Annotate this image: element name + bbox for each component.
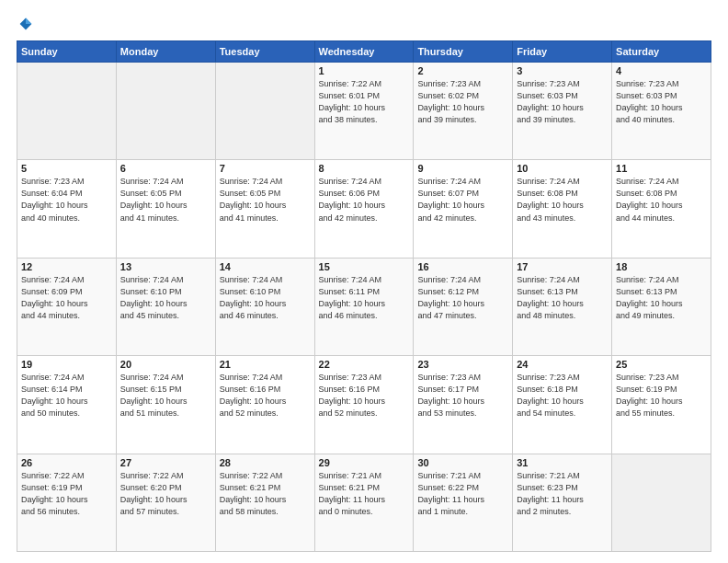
day-info: Sunrise: 7:24 AM Sunset: 6:08 PM Dayligh… xyxy=(517,176,608,224)
page: SundayMondayTuesdayWednesdayThursdayFrid… xyxy=(0,0,728,563)
day-number: 19 xyxy=(21,359,112,370)
calendar-cell: 21Sunrise: 7:24 AM Sunset: 6:16 PM Dayli… xyxy=(215,356,314,454)
calendar-header-row: SundayMondayTuesdayWednesdayThursdayFrid… xyxy=(17,41,711,63)
calendar-cell: 26Sunrise: 7:22 AM Sunset: 6:19 PM Dayli… xyxy=(17,454,117,551)
calendar-cell: 12Sunrise: 7:24 AM Sunset: 6:09 PM Dayli… xyxy=(17,258,117,355)
day-info: Sunrise: 7:23 AM Sunset: 6:19 PM Dayligh… xyxy=(616,372,707,419)
calendar-cell: 28Sunrise: 7:22 AM Sunset: 6:21 PM Dayli… xyxy=(215,454,314,551)
calendar-cell: 23Sunrise: 7:23 AM Sunset: 6:17 PM Dayli… xyxy=(414,356,513,454)
day-info: Sunrise: 7:22 AM Sunset: 6:21 PM Dayligh… xyxy=(220,470,311,518)
calendar-week-2: 12Sunrise: 7:24 AM Sunset: 6:09 PM Dayli… xyxy=(17,258,711,355)
day-number: 6 xyxy=(120,163,211,174)
calendar-cell: 10Sunrise: 7:24 AM Sunset: 6:08 PM Dayli… xyxy=(513,160,612,258)
day-number: 1 xyxy=(319,65,410,76)
day-number: 12 xyxy=(21,261,112,272)
calendar-week-3: 19Sunrise: 7:24 AM Sunset: 6:14 PM Dayli… xyxy=(17,356,711,454)
day-info: Sunrise: 7:24 AM Sunset: 6:08 PM Dayligh… xyxy=(616,176,707,224)
day-number: 25 xyxy=(616,359,707,370)
calendar-header-saturday: Saturday xyxy=(612,41,711,63)
calendar-cell: 3Sunrise: 7:23 AM Sunset: 6:03 PM Daylig… xyxy=(513,63,612,160)
calendar-header-monday: Monday xyxy=(116,41,215,63)
calendar-week-0: 1Sunrise: 7:22 AM Sunset: 6:01 PM Daylig… xyxy=(17,63,711,160)
day-number: 31 xyxy=(517,457,608,468)
day-info: Sunrise: 7:22 AM Sunset: 6:19 PM Dayligh… xyxy=(21,470,112,518)
day-number: 18 xyxy=(616,261,707,272)
day-number: 4 xyxy=(616,65,707,76)
calendar-cell: 11Sunrise: 7:24 AM Sunset: 6:08 PM Dayli… xyxy=(612,160,711,258)
day-number: 26 xyxy=(21,457,112,468)
calendar-cell: 8Sunrise: 7:24 AM Sunset: 6:06 PM Daylig… xyxy=(314,160,414,258)
day-info: Sunrise: 7:23 AM Sunset: 6:18 PM Dayligh… xyxy=(517,372,608,419)
day-info: Sunrise: 7:24 AM Sunset: 6:12 PM Dayligh… xyxy=(417,274,508,322)
day-number: 21 xyxy=(220,359,311,370)
day-number: 24 xyxy=(517,359,608,370)
day-number: 14 xyxy=(220,261,311,272)
logo-icon xyxy=(18,17,33,31)
calendar-cell xyxy=(116,63,215,160)
day-number: 3 xyxy=(517,65,608,76)
calendar-cell: 31Sunrise: 7:21 AM Sunset: 6:23 PM Dayli… xyxy=(513,454,612,551)
day-info: Sunrise: 7:21 AM Sunset: 6:22 PM Dayligh… xyxy=(417,470,508,518)
day-number: 16 xyxy=(417,261,508,272)
day-info: Sunrise: 7:24 AM Sunset: 6:10 PM Dayligh… xyxy=(120,274,211,322)
day-info: Sunrise: 7:24 AM Sunset: 6:13 PM Dayligh… xyxy=(517,274,608,322)
day-info: Sunrise: 7:23 AM Sunset: 6:03 PM Dayligh… xyxy=(517,78,608,126)
day-number: 29 xyxy=(319,457,410,468)
day-number: 22 xyxy=(319,359,410,370)
day-info: Sunrise: 7:24 AM Sunset: 6:05 PM Dayligh… xyxy=(120,176,211,224)
calendar-cell: 9Sunrise: 7:24 AM Sunset: 6:07 PM Daylig… xyxy=(414,160,513,258)
day-number: 23 xyxy=(417,359,508,370)
calendar-cell: 18Sunrise: 7:24 AM Sunset: 6:13 PM Dayli… xyxy=(612,258,711,355)
calendar-cell: 5Sunrise: 7:23 AM Sunset: 6:04 PM Daylig… xyxy=(17,160,117,258)
day-number: 27 xyxy=(120,457,211,468)
day-info: Sunrise: 7:23 AM Sunset: 6:04 PM Dayligh… xyxy=(21,176,112,224)
day-info: Sunrise: 7:24 AM Sunset: 6:13 PM Dayligh… xyxy=(616,274,707,322)
calendar-header-tuesday: Tuesday xyxy=(215,41,314,63)
day-info: Sunrise: 7:21 AM Sunset: 6:21 PM Dayligh… xyxy=(319,470,410,518)
day-info: Sunrise: 7:23 AM Sunset: 6:03 PM Dayligh… xyxy=(616,78,707,126)
calendar-week-4: 26Sunrise: 7:22 AM Sunset: 6:19 PM Dayli… xyxy=(17,454,711,551)
day-number: 15 xyxy=(319,261,410,272)
calendar-week-1: 5Sunrise: 7:23 AM Sunset: 6:04 PM Daylig… xyxy=(17,160,711,258)
day-number: 13 xyxy=(120,261,211,272)
calendar-cell: 19Sunrise: 7:24 AM Sunset: 6:14 PM Dayli… xyxy=(17,356,117,454)
day-number: 28 xyxy=(220,457,311,468)
calendar-cell: 16Sunrise: 7:24 AM Sunset: 6:12 PM Dayli… xyxy=(414,258,513,355)
calendar-cell: 13Sunrise: 7:24 AM Sunset: 6:10 PM Dayli… xyxy=(116,258,215,355)
calendar-header-wednesday: Wednesday xyxy=(314,41,414,63)
calendar-cell: 15Sunrise: 7:24 AM Sunset: 6:11 PM Dayli… xyxy=(314,258,414,355)
calendar-header-thursday: Thursday xyxy=(414,41,513,63)
calendar-cell: 4Sunrise: 7:23 AM Sunset: 6:03 PM Daylig… xyxy=(612,63,711,160)
logo xyxy=(17,17,33,31)
calendar-table: SundayMondayTuesdayWednesdayThursdayFrid… xyxy=(17,40,711,552)
day-info: Sunrise: 7:22 AM Sunset: 6:20 PM Dayligh… xyxy=(120,470,211,518)
calendar-cell: 17Sunrise: 7:24 AM Sunset: 6:13 PM Dayli… xyxy=(513,258,612,355)
calendar-cell: 7Sunrise: 7:24 AM Sunset: 6:05 PM Daylig… xyxy=(215,160,314,258)
calendar-header-friday: Friday xyxy=(513,41,612,63)
day-info: Sunrise: 7:23 AM Sunset: 6:02 PM Dayligh… xyxy=(417,78,508,126)
calendar-header-sunday: Sunday xyxy=(17,41,117,63)
svg-marker-1 xyxy=(26,18,31,24)
calendar-cell: 25Sunrise: 7:23 AM Sunset: 6:19 PM Dayli… xyxy=(612,356,711,454)
day-info: Sunrise: 7:24 AM Sunset: 6:15 PM Dayligh… xyxy=(120,372,211,419)
calendar-cell: 30Sunrise: 7:21 AM Sunset: 6:22 PM Dayli… xyxy=(414,454,513,551)
day-number: 10 xyxy=(517,163,608,174)
calendar-cell: 2Sunrise: 7:23 AM Sunset: 6:02 PM Daylig… xyxy=(414,63,513,160)
calendar-cell xyxy=(612,454,711,551)
day-info: Sunrise: 7:22 AM Sunset: 6:01 PM Dayligh… xyxy=(319,78,410,126)
calendar-cell xyxy=(215,63,314,160)
calendar-cell xyxy=(17,63,117,160)
day-info: Sunrise: 7:24 AM Sunset: 6:09 PM Dayligh… xyxy=(21,274,112,322)
day-number: 2 xyxy=(417,65,508,76)
day-info: Sunrise: 7:24 AM Sunset: 6:14 PM Dayligh… xyxy=(21,372,112,419)
day-number: 5 xyxy=(21,163,112,174)
day-info: Sunrise: 7:23 AM Sunset: 6:17 PM Dayligh… xyxy=(417,372,508,419)
day-info: Sunrise: 7:24 AM Sunset: 6:10 PM Dayligh… xyxy=(220,274,311,322)
calendar-cell: 20Sunrise: 7:24 AM Sunset: 6:15 PM Dayli… xyxy=(116,356,215,454)
calendar-cell: 29Sunrise: 7:21 AM Sunset: 6:21 PM Dayli… xyxy=(314,454,414,551)
calendar-cell: 27Sunrise: 7:22 AM Sunset: 6:20 PM Dayli… xyxy=(116,454,215,551)
day-number: 8 xyxy=(319,163,410,174)
day-number: 9 xyxy=(417,163,508,174)
day-info: Sunrise: 7:24 AM Sunset: 6:07 PM Dayligh… xyxy=(417,176,508,224)
day-info: Sunrise: 7:24 AM Sunset: 6:16 PM Dayligh… xyxy=(220,372,311,419)
